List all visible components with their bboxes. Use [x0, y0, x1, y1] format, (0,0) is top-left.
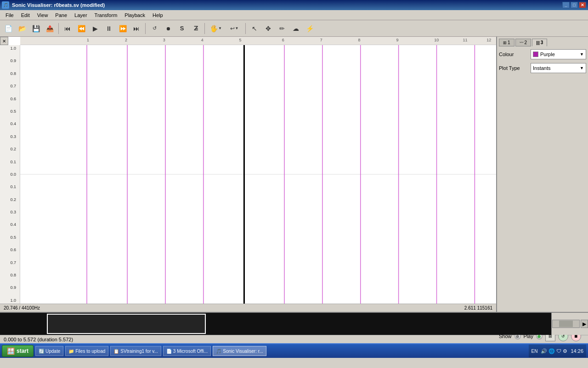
y-label-03-top: 0.3	[0, 134, 18, 139]
save-button[interactable]: 💾	[29, 22, 42, 35]
y-label-01-top: 0.1	[0, 160, 18, 164]
navigate-tool-dropdown[interactable]: 🖐▼	[207, 22, 225, 35]
toolbar: 📄 📂 💾 📤 ⏮ ⏪ ▶ ⏸ ⏩ ⏭ ↺ ⏺ S Z̵ 🖐▼ ↩▼ ↖ ✥ ✏…	[0, 20, 588, 37]
close-button[interactable]: ✕	[579, 2, 586, 8]
visible-range-text: 0.000 to 5.572 (duration 5.572)	[4, 337, 73, 342]
timeline-mark-4: 4	[201, 38, 204, 42]
undo-dropdown[interactable]: ↩▼	[226, 22, 243, 35]
draw-tool[interactable]: ✏	[276, 22, 288, 35]
y-label-05-top: 0.5	[0, 109, 18, 114]
play-button[interactable]: ▶	[89, 22, 102, 35]
menu-file[interactable]: File	[2, 12, 17, 19]
minimap-viewport[interactable]	[47, 314, 206, 334]
timeline-mark-10: 10	[434, 38, 439, 42]
taskbar-files-icon: 📁	[68, 349, 74, 354]
y-label-07-top: 0.7	[0, 84, 18, 88]
pause-button[interactable]: ⏸	[102, 22, 115, 35]
minimize-button[interactable]: _	[562, 2, 570, 8]
waveform-svg-container[interactable]	[20, 45, 496, 304]
y-label-09-top: 0.9	[0, 58, 18, 63]
panel-tabs: ⊞1 〰2 |||3	[499, 39, 586, 46]
play-radio-dot	[537, 335, 541, 338]
navigate-arrow-tool[interactable]: ↖	[248, 22, 261, 35]
waveform-area[interactable]: 1.0 0.9 0.8 0.7 0.6 0.5 0.4 0.3 0.2 0.1 …	[0, 45, 496, 304]
taskbar-update-icon: 🔄	[39, 349, 44, 354]
y-label-08-top: 0.8	[0, 71, 18, 76]
menu-pane[interactable]: Pane	[51, 12, 71, 19]
taskbar-item-sv[interactable]: 📋 SVtraining1 for v...	[110, 346, 161, 356]
separator-3	[204, 23, 205, 34]
colour-row: Colour Purple ▼	[499, 49, 586, 59]
tray-icon-1: 🔊	[541, 348, 547, 354]
minimap[interactable]: ▶	[0, 312, 588, 335]
minimap-scroll-right[interactable]: ▶	[581, 320, 588, 328]
move-tool[interactable]: ✥	[262, 22, 275, 35]
menu-transform[interactable]: Transform	[91, 12, 121, 19]
rewind-button[interactable]: ⏪	[75, 22, 88, 35]
plot-type-select[interactable]: Instants ▼	[531, 63, 586, 73]
align-button[interactable]: S	[175, 22, 188, 35]
rewind-to-start-button[interactable]: ⏮	[61, 22, 74, 35]
taskbar: 🪟 start 🔄 Update 📁 Files to upload 📋 SVt…	[0, 343, 588, 358]
plot-type-dropdown-arrow: ▼	[580, 66, 584, 70]
y-label-03-bot: 0.3	[0, 210, 18, 214]
tray-icon-3: 🛡	[556, 348, 561, 354]
minimap-scrollbar-thumb[interactable]	[559, 321, 573, 327]
plot-type-row: Plot Type Instants ▼	[499, 63, 586, 73]
waveform-status-bar: 20.746 / 44100Hz 2.611 115161	[0, 304, 496, 312]
fast-forward-button[interactable]: ⏩	[116, 22, 129, 35]
taskbar-update-label: Update	[45, 349, 60, 354]
y-label-10-bot: 1.0	[0, 298, 18, 303]
colour-swatch	[533, 52, 538, 57]
forward-to-end-button[interactable]: ⏭	[130, 22, 143, 35]
start-button[interactable]: 🪟 start	[2, 345, 34, 357]
timeline-mark-5: 5	[239, 38, 242, 42]
menu-edit[interactable]: Edit	[17, 12, 34, 19]
minimap-controls: ▶	[551, 313, 588, 335]
taskbar-office-icon: 📄	[166, 349, 172, 354]
panel-tab-1[interactable]: ⊞1	[499, 39, 514, 46]
timeline-mark-2: 2	[125, 38, 127, 42]
y-label-09-bot: 0.9	[0, 285, 18, 290]
menu-help[interactable]: Help	[149, 12, 167, 19]
timeline: 1 2 3 4 5 6 7 8 9 10 11 12	[20, 37, 496, 45]
loop-button[interactable]: ↺	[148, 22, 161, 35]
taskbar-right: EN 🔊 🌐 🛡 ⚙ 14:26	[529, 345, 586, 357]
erase-tool[interactable]: ☁	[289, 22, 302, 35]
new-button[interactable]: 📄	[2, 22, 15, 35]
open-button[interactable]: 📂	[16, 22, 28, 35]
align2-button[interactable]: Z̵	[189, 22, 202, 35]
record-button[interactable]: ⏺	[162, 22, 175, 35]
y-label-08-bot: 0.8	[0, 273, 18, 277]
menu-bar: File Edit View Pane Layer Transform Play…	[0, 10, 588, 20]
y-label-10-top: 1.0	[0, 46, 18, 51]
colour-label: Colour	[499, 52, 529, 57]
timeline-mark-11: 11	[463, 38, 467, 42]
panel-tab-3[interactable]: |||3	[532, 39, 547, 46]
taskbar-item-sonic[interactable]: 🎵 Sonic Visualiser: r...	[213, 346, 266, 356]
menu-playback[interactable]: Playback	[121, 12, 149, 19]
right-panel: ⊞1 〰2 |||3 Colour Purple ▼ Plot Type	[496, 37, 588, 312]
menu-layer[interactable]: Layer	[71, 12, 91, 19]
status-cursor: 2.611 115161	[464, 305, 492, 310]
main-area: ✕ 1 2 3 4 5 6 7 8 9 10 11 12 1.0 0.9 0.8	[0, 37, 588, 312]
separator-4	[245, 23, 246, 34]
timeline-mark-3: 3	[163, 38, 165, 42]
measure-tool[interactable]: ⚡	[303, 22, 316, 35]
taskbar-item-files[interactable]: 📁 Files to upload	[65, 346, 108, 356]
minimap-scrollbar[interactable]	[552, 320, 580, 328]
y-label-01-bot: 0.1	[0, 184, 18, 189]
system-tray: EN 🔊 🌐 🛡 ⚙ 14:26	[529, 345, 586, 357]
playhead	[244, 45, 245, 304]
panel-tab-2[interactable]: 〰2	[515, 39, 531, 46]
colour-select[interactable]: Purple ▼	[531, 49, 586, 59]
y-label-04-top: 0.4	[0, 121, 18, 126]
menu-view[interactable]: View	[34, 12, 52, 19]
taskbar-sv-icon: 📋	[113, 349, 119, 354]
maximize-button[interactable]: □	[571, 2, 578, 8]
export-button[interactable]: 📤	[43, 22, 56, 35]
y-label-06-bot: 0.6	[0, 247, 18, 252]
taskbar-item-update[interactable]: 🔄 Update	[35, 346, 63, 356]
track-close-button[interactable]: ✕	[0, 37, 8, 45]
taskbar-item-office[interactable]: 📄 3 Microsoft Offi...	[163, 346, 211, 356]
